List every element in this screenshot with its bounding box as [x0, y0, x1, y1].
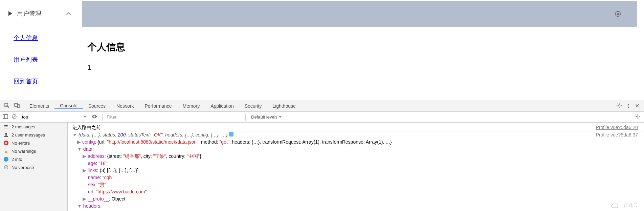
- tab-memory[interactable]: Memory: [177, 103, 205, 109]
- settings-icon[interactable]: [617, 103, 622, 109]
- filter-messages[interactable]: ☰2 messages: [0, 123, 67, 131]
- page-content: 1: [87, 64, 637, 71]
- console-sidebar: ☰2 messages 2 user messages ✕No errors ▲…: [0, 123, 68, 211]
- sidebar-item-profile[interactable]: 个人信息: [14, 35, 38, 41]
- warning-icon: ▲: [3, 148, 9, 154]
- main-header-bar: [82, 1, 637, 27]
- triangle-right-icon: [8, 11, 12, 16]
- svg-point-4: [619, 105, 620, 106]
- filter-warnings[interactable]: ▲No warnings: [0, 147, 67, 155]
- filter-verbose[interactable]: No verbose: [0, 163, 67, 171]
- tab-application[interactable]: Application: [205, 103, 239, 109]
- context-select[interactable]: top: [20, 113, 88, 121]
- svg-line-8: [13, 115, 16, 118]
- watermark: 亿速云: [610, 202, 638, 209]
- filter-errors[interactable]: ✕No errors: [0, 139, 67, 147]
- expand-arrow-icon[interactable]: ▼: [72, 132, 77, 138]
- main-content: 个人信息 1: [82, 0, 644, 100]
- log-line[interactable]: ▼{data: {…}, status: 200, statusText: "O…: [68, 131, 644, 139]
- device-icon[interactable]: [14, 103, 20, 109]
- expand-arrow-icon[interactable]: ▶: [83, 153, 86, 159]
- log-line[interactable]: ▶__proto__: Object: [68, 195, 644, 203]
- filter-info[interactable]: i2 info: [0, 155, 67, 163]
- log-line[interactable]: 进入路由之前 Profile.vue?5da6:20: [68, 124, 644, 131]
- inspect-icon[interactable]: [4, 103, 9, 109]
- expand-arrow-icon[interactable]: ▼: [77, 203, 82, 209]
- svg-point-0: [617, 13, 619, 15]
- error-icon: ✕: [3, 140, 9, 146]
- log-line[interactable]: url: "https://www.baidu.com": [68, 188, 644, 195]
- live-expression-icon[interactable]: [91, 113, 97, 121]
- levels-select[interactable]: Default levels: [248, 114, 282, 120]
- svg-point-10: [5, 133, 7, 135]
- left-sidebar: 用户管理 个人信息 用户列表 回到首页: [0, 0, 82, 100]
- gear-icon[interactable]: [615, 11, 621, 17]
- tab-security[interactable]: Security: [239, 103, 267, 109]
- chevron-up-icon: [66, 12, 71, 17]
- devtools-panel: Elements Console Sources Network Perform…: [0, 100, 644, 211]
- tab-sources[interactable]: Sources: [83, 103, 111, 109]
- svg-rect-5: [3, 114, 8, 119]
- list-icon: ☰: [3, 124, 9, 129]
- settings-icon[interactable]: [635, 115, 640, 120]
- user-icon: [3, 132, 9, 138]
- clear-icon[interactable]: [12, 114, 17, 120]
- tab-network[interactable]: Network: [111, 103, 139, 109]
- verbose-icon: [3, 165, 9, 170]
- context-label: top: [22, 114, 28, 120]
- dropdown-icon: [84, 116, 86, 118]
- log-line[interactable]: age: "18": [68, 160, 644, 167]
- log-line[interactable]: ▼headers:: [68, 203, 644, 210]
- expand-arrow-icon[interactable]: ▼: [77, 146, 82, 152]
- svg-line-12: [5, 166, 7, 169]
- tab-console[interactable]: Console: [54, 103, 83, 109]
- log-line[interactable]: ▶config: {url: "http://localhost:8080/st…: [68, 139, 644, 146]
- dropdown-icon: [279, 116, 282, 118]
- log-line[interactable]: ▶address: {street: "缇香郡", city: "宁波", co…: [68, 153, 644, 160]
- info-badge-icon: [229, 132, 234, 136]
- filter-user[interactable]: 2 user messages: [0, 131, 67, 139]
- tab-lighthouse[interactable]: Lighthouse: [267, 103, 301, 109]
- console-toolbar: top Default levels: [0, 112, 644, 123]
- filter-input[interactable]: [105, 114, 243, 120]
- close-icon[interactable]: ✕: [635, 103, 639, 109]
- expand-arrow-icon[interactable]: ▶: [77, 139, 81, 145]
- sidebar-toggle-icon[interactable]: [3, 114, 8, 120]
- sidebar-item-home[interactable]: 回到首页: [14, 78, 38, 85]
- log-line[interactable]: sex: "男": [68, 181, 644, 188]
- svg-point-9: [637, 116, 638, 117]
- expand-arrow-icon[interactable]: ▶: [83, 168, 86, 173]
- sidebar-title: 用户管理: [17, 9, 41, 18]
- tab-elements[interactable]: Elements: [24, 103, 54, 109]
- devtools-tabs: Elements Console Sources Network Perform…: [0, 100, 644, 112]
- source-link[interactable]: Profile.vue?5da6:37: [596, 131, 638, 139]
- svg-rect-3: [17, 104, 19, 108]
- tab-performance[interactable]: Performance: [139, 103, 177, 109]
- kebab-icon[interactable]: ⋮: [626, 103, 631, 109]
- source-link[interactable]: Profile.vue?5da6:20: [596, 124, 638, 131]
- levels-label: Default levels: [251, 114, 277, 120]
- sidebar-header[interactable]: 用户管理: [7, 0, 75, 27]
- log-line[interactable]: ▼data:: [68, 146, 644, 153]
- expand-arrow-icon[interactable]: ▶: [83, 196, 86, 202]
- console-output[interactable]: 进入路由之前 Profile.vue?5da6:20 ▼{data: {…}, …: [68, 123, 644, 211]
- log-line[interactable]: name: "cqh": [68, 174, 644, 181]
- log-line[interactable]: ▶links: (3) [{…}, {…}, {…}]: [68, 167, 644, 174]
- sidebar-item-users[interactable]: 用户列表: [14, 56, 38, 63]
- page-title: 个人信息: [87, 41, 637, 54]
- info-icon: i: [3, 156, 9, 162]
